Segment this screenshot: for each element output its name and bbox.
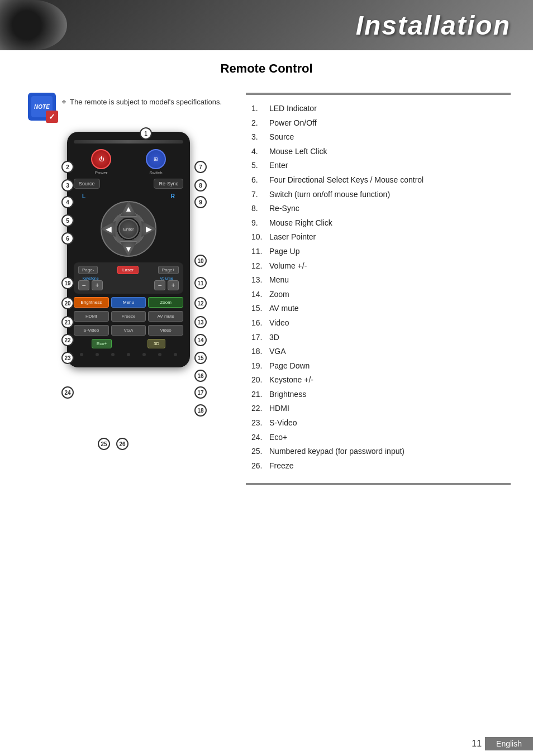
zoom-button[interactable]: Zoom — [148, 297, 183, 308]
speaker-hole — [174, 353, 177, 356]
brightness-button[interactable]: Brightness — [74, 297, 109, 308]
volume-minus[interactable]: − — [154, 280, 165, 290]
switch-button[interactable]: ⊞ — [146, 149, 166, 169]
item-text: Power On/Off — [269, 118, 505, 129]
keystone-minus[interactable]: − — [78, 280, 89, 290]
volume-group: Volume − + — [154, 276, 179, 290]
label-10: 10 — [194, 255, 207, 267]
directional-pad[interactable]: ▲ ▼ ◀ ▶ Enter — [101, 201, 156, 257]
list-item: 3.Source — [251, 132, 505, 143]
list-item: 24.Eco+ — [251, 432, 505, 443]
keystone-btns: − + — [78, 280, 103, 290]
item-text: Switch (turn on/off mouse function) — [269, 189, 505, 200]
list-item: 25.Numbered keypad (for password input) — [251, 446, 505, 457]
list-item: 17.3D — [251, 332, 505, 343]
avmute-button[interactable]: AV mute — [148, 311, 183, 322]
language-badge: English — [485, 737, 533, 750]
keystone-plus[interactable]: + — [92, 280, 103, 290]
dpad-container: ▲ ▼ ◀ ▶ Enter — [74, 201, 183, 257]
label-12: 12 — [194, 297, 207, 309]
note-badge: NOTE — [28, 93, 56, 121]
item-num: 19. — [251, 361, 265, 372]
header-lens — [0, 0, 67, 50]
footer: 11 English — [472, 737, 533, 750]
label-16: 16 — [194, 370, 207, 382]
3d-button[interactable]: 3D — [147, 339, 165, 348]
func-grid-3: S-Video VGA Video — [74, 325, 183, 336]
label-11: 11 — [194, 277, 207, 289]
speaker-hole — [127, 353, 130, 356]
item-text: Volume +/- — [269, 261, 505, 272]
speaker-holes — [74, 353, 183, 356]
item-num: 12. — [251, 261, 265, 272]
vga-button[interactable]: VGA — [111, 325, 146, 336]
resync-button[interactable]: Re-Sync — [154, 179, 183, 189]
label-2: 2 — [61, 161, 74, 173]
note-check-icon — [46, 111, 58, 123]
item-num: 4. — [251, 146, 265, 157]
item-text: 3D — [269, 332, 505, 343]
func-grid-2: HDMI Freeze AV mute — [74, 311, 183, 322]
speaker-hole — [158, 353, 161, 356]
item-num: 9. — [251, 218, 265, 229]
power-label: Power — [91, 170, 111, 175]
item-text: Four Directional Select Keys / Mouse con… — [269, 175, 505, 186]
speaker-hole — [80, 353, 83, 356]
hdmi-button[interactable]: HDMI — [74, 311, 109, 322]
item-text: Numbered keypad (for password input) — [269, 446, 505, 457]
volume-label: Volume — [154, 276, 179, 280]
left-label: L — [82, 193, 85, 199]
label-6: 6 — [61, 232, 74, 245]
eco-button[interactable]: Eco+ — [92, 339, 112, 348]
label-22: 22 — [61, 334, 74, 346]
video-button[interactable]: Video — [148, 325, 183, 336]
item-num: 8. — [251, 203, 265, 214]
remote-wrapper: 1 2 3 4 5 6 7 8 9 10 11 12 13 14 15 16 1 — [22, 132, 235, 367]
note-content: The remote is subject to model's specifi… — [70, 98, 222, 106]
lr-row: L R — [74, 193, 183, 199]
list-item: 1.LED Indicator — [251, 103, 505, 114]
speaker-hole — [111, 353, 115, 356]
item-num: 7. — [251, 189, 265, 200]
power-button[interactable]: ⏻ — [91, 149, 111, 169]
item-text: AV mute — [269, 303, 505, 314]
label-25: 25 — [98, 438, 110, 450]
item-text: Menu — [269, 275, 505, 286]
label-7: 7 — [194, 161, 207, 173]
item-num: 10. — [251, 232, 265, 243]
item-text: LED Indicator — [269, 103, 505, 114]
item-num: 1. — [251, 103, 265, 114]
page-minus-button[interactable]: Page- — [78, 266, 98, 274]
list-item: 5.Enter — [251, 160, 505, 171]
page-plus-button[interactable]: Page+ — [158, 266, 179, 274]
page-number: 11 — [472, 739, 482, 749]
laser-button[interactable]: Laser — [117, 266, 139, 274]
content-area: NOTE The remote is subject to model's sp… — [22, 93, 511, 485]
header: Installation — [0, 0, 533, 50]
volume-plus[interactable]: + — [168, 280, 179, 290]
func-grid-1: Brightness Menu Zoom — [74, 297, 183, 308]
list-item: 10.Laser Pointer — [251, 232, 505, 243]
item-text: Page Up — [269, 246, 505, 257]
switch-group: ⊞ Switch — [146, 149, 166, 175]
item-text: Enter — [269, 160, 505, 171]
note-badge-text: NOTE — [34, 104, 50, 110]
item-text: Mouse Right Click — [269, 218, 505, 229]
item-num: 15. — [251, 303, 265, 314]
menu-button[interactable]: Menu — [111, 297, 146, 308]
freeze-button[interactable]: Freeze — [111, 311, 146, 322]
list-item: 23.S-Video — [251, 418, 505, 429]
enter-button[interactable]: Enter — [118, 219, 139, 239]
item-text: S-Video — [269, 418, 505, 429]
item-num: 21. — [251, 389, 265, 400]
item-text: HDMI — [269, 403, 505, 414]
item-text: Keystone +/- — [269, 375, 505, 386]
volume-btns: − + — [154, 280, 179, 290]
list-item: 21.Brightness — [251, 389, 505, 400]
note-box: NOTE The remote is subject to model's sp… — [28, 93, 222, 121]
svideo-button[interactable]: S-Video — [74, 325, 109, 336]
page-title: Installation — [356, 10, 511, 41]
source-resync-row: Source Re-Sync — [74, 179, 183, 189]
items-list: 1.LED Indicator2.Power On/Off3.Source4.M… — [246, 93, 511, 485]
source-button[interactable]: Source — [74, 179, 100, 189]
